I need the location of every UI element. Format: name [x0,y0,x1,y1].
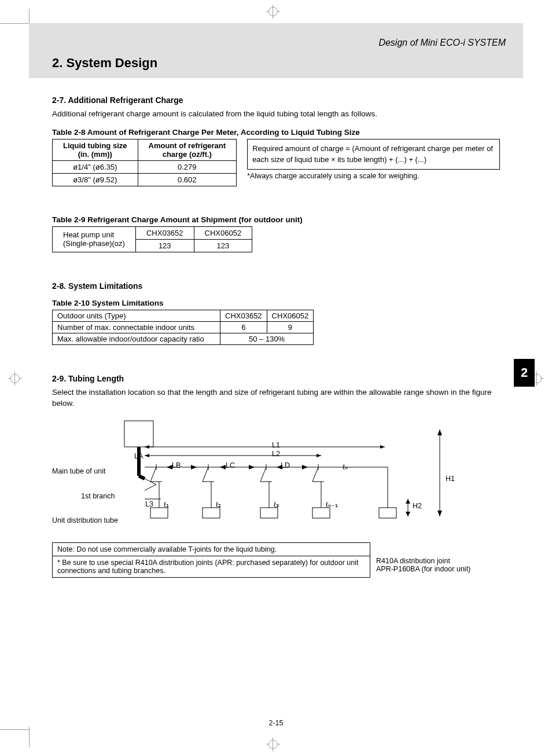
table-cell: 50 – 130% [220,333,314,344]
table-2-10: Outdoor units (Type) CHX03652 CHX06052 N… [52,310,314,345]
crop-mark [0,23,29,24]
diagram-label: ℓ₁ [164,500,169,509]
table-cell: 0.279 [138,160,237,173]
diagram-label: L1 [272,441,280,449]
table-cell: 0.602 [138,173,237,186]
diagram-label: ℓ₃ [274,500,279,509]
section-2-8-heading: 2-8. System Limitations [52,281,500,291]
svg-rect-21 [312,508,330,518]
th-line: charge (oz/ft.) [163,150,212,159]
table-header: Amount of refrigerant charge (oz/ft.) [138,139,237,160]
table-cell: CHX03652 [135,226,194,239]
tubing-note-box: Note: Do not use commercially available … [52,542,370,578]
diagram-label: LD [281,461,290,469]
section-2-7-intro: Additional refrigerant charge amount is … [52,108,500,120]
svg-marker-26 [145,445,149,449]
table-header: Liquid tubing size (in. (mm)) [53,139,138,160]
crop-mark [29,727,30,747]
section-title: 2. System Design [52,56,157,71]
chapter-tab: 2 [514,359,535,387]
table-cell: Outdoor units (Type) [53,310,220,321]
registration-mark-icon [266,5,280,19]
table-cell: Number of max. connectable indoor units [53,321,220,333]
table-cell: Heat pump unit (Single-phase)(oz) [53,226,136,252]
formula-box: Required amount of charge = (Amount of r… [247,139,500,170]
table-cell: CHX06052 [267,310,314,321]
svg-rect-18 [150,508,168,518]
table-cell: CHX03652 [220,310,267,321]
svg-rect-20 [260,508,278,518]
table-cell: CHX06052 [194,226,252,239]
table-cell: ø3/8" (ø9.52) [53,173,138,186]
svg-marker-32 [437,511,442,516]
side-note-line: APR-P160BA (for indoor unit) [376,565,470,573]
header-band: Design of Mini ECO-i SYSTEM 2. System De… [29,23,523,78]
cell-line: (Single-phase)(oz) [63,239,125,248]
note-row: * Be sure to use special R410A distribut… [53,556,370,577]
svg-marker-29 [317,454,321,457]
diagram-label: LA [134,452,143,460]
diagram-label: ℓₙ [343,463,348,471]
svg-marker-9 [191,465,197,469]
page-number: 2-15 [0,719,552,727]
side-note: R410A distribution joint APR-P160BA (for… [376,557,470,573]
svg-marker-34 [406,499,410,504]
tubing-diagram: Main tube of unit 1st branch Unit distri… [52,409,500,531]
svg-marker-27 [380,445,385,449]
table-2-10-caption: Table 2-10 System Limitations [52,299,500,307]
svg-rect-22 [379,508,396,518]
section-2-9-intro: Select the installation location so that… [52,387,500,409]
table-cell: Max. allowable indoor/outdoor capacity r… [53,333,220,344]
diagram-label: H2 [413,502,422,510]
svg-marker-28 [145,454,149,457]
table-cell: 123 [135,239,194,252]
diagram-label: L3 [145,500,153,508]
crop-mark [0,729,29,730]
section-2-7-heading: 2-7. Additional Refrigerant Charge [52,96,500,105]
th-line: Amount of refrigerant [149,141,226,150]
diagram-label: Unit distribution tube [52,516,118,524]
diagram-label: ℓₙ₋₁ [326,500,338,509]
side-note-line: R410A distribution joint [376,557,450,565]
table-2-9-caption: Table 2-9 Refrigerant Charge Amount at S… [52,215,500,224]
diagram-label: LC [226,461,235,469]
formula-note: *Always charge accurately using a scale … [247,172,500,180]
table-2-8: Liquid tubing size (in. (mm)) Amount of … [52,139,237,186]
table-cell: 9 [267,321,314,333]
table-cell: 123 [194,239,252,252]
diagram-label: LB [172,461,181,469]
th-line: (in. (mm)) [78,150,112,159]
diagram-label: L2 [272,450,280,458]
table-2-8-caption: Table 2-8 Amount of Refrigerant Charge P… [52,128,500,137]
diagram-label: ℓ₂ [216,500,221,509]
table-cell: ø1/4" (ø6.35) [53,160,138,173]
note-row: Note: Do not use commercially available … [53,543,370,556]
section-2-9-heading: 2-9. Tubing Length [52,374,500,383]
svg-marker-31 [437,430,442,435]
registration-mark-icon [8,372,22,386]
table-2-9: Heat pump unit (Single-phase)(oz) CHX036… [52,226,252,252]
diagram-label: H1 [446,475,455,483]
diagram-label: Main tube of unit [52,467,105,475]
table-cell: 6 [220,321,267,333]
svg-marker-11 [249,465,255,469]
svg-rect-19 [203,508,220,518]
svg-marker-35 [406,512,410,516]
svg-marker-10 [220,465,226,469]
svg-line-2 [139,476,145,479]
svg-rect-0 [124,421,153,447]
cell-line: Heat pump unit [63,230,114,239]
diagram-label: 1st branch [81,492,115,500]
th-line: Liquid tubing size [63,141,127,150]
svg-marker-13 [302,465,308,469]
running-header: Design of Mini ECO-i SYSTEM [378,38,506,48]
registration-mark-icon [266,737,280,751]
